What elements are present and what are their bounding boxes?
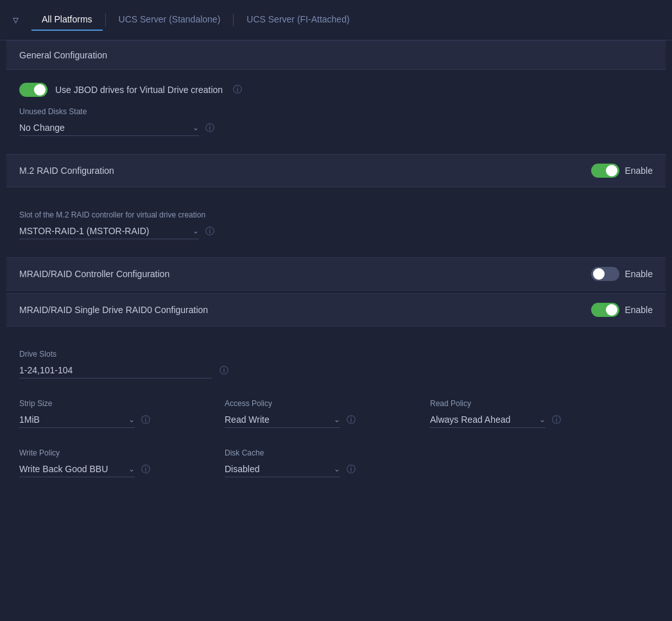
general-config-body: Use JBOD drives for Virtual Drive creati… — [6, 70, 666, 151]
disk-cache-value: Disabled — [225, 464, 259, 474]
write-policy-info-icon[interactable]: ⓘ — [141, 464, 150, 475]
m2-raid-toggle[interactable] — [591, 164, 619, 178]
disk-cache-chevron: ⌄ — [334, 464, 340, 473]
access-policy-select[interactable]: Read Write ⌄ — [225, 412, 340, 428]
fields-row-1: Strip Size 1MiB ⌄ ⓘ Access Policy Read W… — [19, 389, 653, 428]
m2-slot-info-icon[interactable]: ⓘ — [205, 226, 214, 237]
m2-raid-body: Slot of the M.2 RAID controller for virt… — [6, 187, 666, 255]
read-policy-select[interactable]: Always Read Ahead ⌄ — [430, 412, 546, 428]
mraid-controller-enable-label: Enable — [625, 269, 653, 279]
tab-divider-2 — [233, 13, 234, 26]
drive-slots-wrapper: ⓘ — [19, 362, 653, 379]
mraid-single-toggle[interactable] — [591, 303, 619, 317]
access-policy-info-icon[interactable]: ⓘ — [347, 414, 356, 426]
m2-raid-title: M.2 RAID Configuration — [19, 166, 114, 176]
read-policy-group: Read Policy Always Read Ahead ⌄ ⓘ — [430, 389, 610, 428]
read-policy-label: Read Policy — [430, 399, 610, 408]
mraid-controller-enable-row: Enable — [591, 267, 653, 281]
platform-tabs: All Platforms UCS Server (Standalone) UC… — [31, 9, 360, 31]
tab-all-platforms[interactable]: All Platforms — [31, 9, 103, 31]
write-policy-select[interactable]: Write Back Good BBU ⌄ — [19, 461, 135, 477]
mraid-controller-title: MRAID/RAID Controller Configuration — [19, 269, 169, 279]
mraid-single-title: MRAID/RAID Single Drive RAID0 Configurat… — [19, 305, 208, 315]
strip-size-select[interactable]: 1MiB ⌄ — [19, 412, 135, 428]
jbod-toggle[interactable] — [19, 83, 47, 97]
strip-size-value: 1MiB — [19, 414, 40, 425]
access-policy-chevron: ⌄ — [334, 415, 340, 424]
disk-cache-group: Disk Cache Disabled ⌄ ⓘ — [225, 438, 404, 477]
unused-disks-label: Unused Disks State — [19, 107, 653, 116]
unused-disks-chevron: ⌄ — [193, 123, 199, 132]
drive-slots-label: Drive Slots — [19, 350, 653, 359]
access-policy-label: Access Policy — [225, 399, 404, 408]
m2-slot-label: Slot of the M.2 RAID controller for virt… — [19, 210, 653, 219]
jbod-info-icon[interactable]: ⓘ — [233, 84, 242, 96]
mraid-single-enable-row: Enable — [591, 303, 653, 317]
write-policy-chevron: ⌄ — [128, 464, 135, 473]
access-policy-wrapper: Read Write ⌄ ⓘ — [225, 412, 404, 428]
main-content: General Configuration Use JBOD drives fo… — [0, 40, 672, 493]
disk-cache-info-icon[interactable]: ⓘ — [347, 464, 356, 475]
unused-disks-select[interactable]: No Change ⌄ — [19, 120, 199, 136]
m2-raid-section: M.2 RAID Configuration Enable Slot of th… — [6, 154, 666, 255]
strip-size-wrapper: 1MiB ⌄ ⓘ — [19, 412, 199, 428]
m2-slot-select[interactable]: MSTOR-RAID-1 (MSTOR-RAID) ⌄ — [19, 223, 199, 239]
disk-cache-label: Disk Cache — [225, 448, 404, 457]
strip-size-chevron: ⌄ — [128, 415, 135, 424]
write-policy-group: Write Policy Write Back Good BBU ⌄ ⓘ — [19, 438, 199, 477]
m2-raid-enable-row: Enable — [591, 164, 653, 178]
mraid-controller-header: MRAID/RAID Controller Configuration Enab… — [6, 257, 666, 291]
read-policy-wrapper: Always Read Ahead ⌄ ⓘ — [430, 412, 610, 428]
mraid-controller-section: MRAID/RAID Controller Configuration Enab… — [6, 257, 666, 291]
strip-size-info-icon[interactable]: ⓘ — [141, 414, 150, 426]
mraid-single-section: MRAID/RAID Single Drive RAID0 Configurat… — [6, 293, 666, 493]
m2-raid-header: M.2 RAID Configuration Enable — [6, 154, 666, 187]
mraid-single-header: MRAID/RAID Single Drive RAID0 Configurat… — [6, 293, 666, 327]
m2-raid-enable-label: Enable — [625, 166, 653, 176]
strip-size-group: Strip Size 1MiB ⌄ ⓘ — [19, 389, 199, 428]
access-policy-value: Read Write — [225, 414, 270, 425]
write-policy-value: Write Back Good BBU — [19, 464, 108, 474]
general-config-title: General Configuration — [19, 50, 107, 60]
fields-row-2: Write Policy Write Back Good BBU ⌄ ⓘ Dis… — [19, 438, 653, 477]
write-policy-wrapper: Write Back Good BBU ⌄ ⓘ — [19, 461, 199, 477]
drive-slots-input[interactable] — [19, 362, 212, 379]
read-policy-chevron: ⌄ — [539, 415, 546, 424]
tab-ucs-fi[interactable]: UCS Server (FI-Attached) — [236, 9, 359, 31]
drive-slots-info-icon[interactable]: ⓘ — [220, 365, 228, 377]
disk-cache-select[interactable]: Disabled ⌄ — [225, 461, 340, 477]
mraid-single-enable-label: Enable — [625, 305, 653, 315]
read-policy-value: Always Read Ahead — [430, 414, 510, 425]
tab-ucs-standalone[interactable]: UCS Server (Standalone) — [108, 9, 231, 31]
top-navigation: ▿ All Platforms UCS Server (Standalone) … — [0, 0, 672, 40]
m2-slot-value: MSTOR-RAID-1 (MSTOR-RAID) — [19, 226, 149, 236]
general-config-section: General Configuration Use JBOD drives fo… — [6, 40, 666, 151]
filter-icon[interactable]: ▿ — [13, 13, 19, 27]
access-policy-group: Access Policy Read Write ⌄ ⓘ — [225, 389, 404, 428]
general-config-header: General Configuration — [6, 40, 666, 70]
jbod-toggle-label: Use JBOD drives for Virtual Drive creati… — [55, 85, 223, 95]
write-policy-label: Write Policy — [19, 448, 199, 457]
mraid-single-body: Drive Slots ⓘ Strip Size 1MiB ⌄ ⓘ — [6, 327, 666, 493]
unused-disks-wrapper: No Change ⌄ ⓘ — [19, 120, 653, 136]
read-policy-info-icon[interactable]: ⓘ — [552, 414, 561, 426]
strip-size-label: Strip Size — [19, 399, 199, 408]
unused-disks-value: No Change — [19, 123, 65, 133]
mraid-controller-toggle[interactable] — [591, 267, 619, 281]
jbod-toggle-row: Use JBOD drives for Virtual Drive creati… — [19, 83, 653, 97]
disk-cache-wrapper: Disabled ⌄ ⓘ — [225, 461, 404, 477]
m2-slot-wrapper: MSTOR-RAID-1 (MSTOR-RAID) ⌄ ⓘ — [19, 223, 653, 239]
m2-slot-chevron: ⌄ — [193, 226, 199, 235]
unused-disks-info-icon[interactable]: ⓘ — [205, 123, 214, 134]
tab-divider-1 — [105, 13, 106, 26]
